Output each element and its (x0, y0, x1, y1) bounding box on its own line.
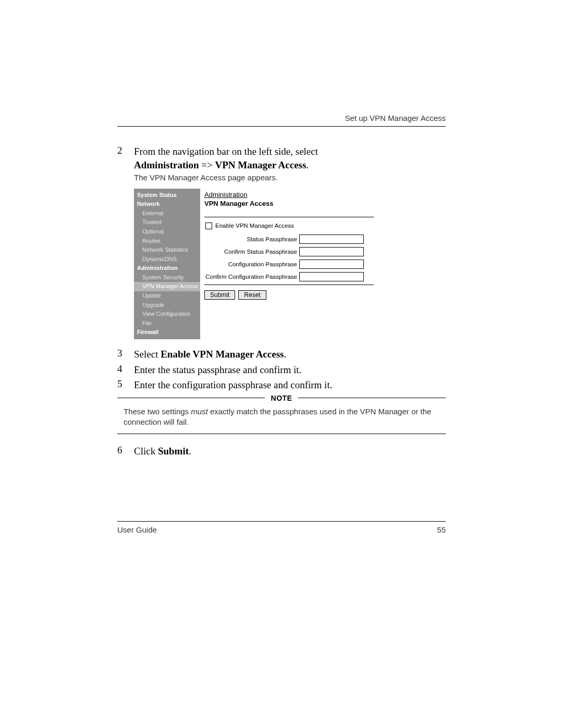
sidebar-cat-network[interactable]: Network (137, 200, 200, 209)
step-4: 4 Enter the status passphrase and confir… (117, 363, 446, 377)
step3-pre: Select (134, 349, 161, 360)
confirm-config-row: Confirm Configuration Passphrase (204, 272, 374, 281)
step2-end: . (306, 159, 309, 170)
note-text-a: These two settings (124, 407, 191, 416)
step6-pre: Click (134, 446, 158, 456)
enable-label: Enable VPN Manager Access (215, 223, 294, 229)
note-rule-bottom (117, 434, 446, 434)
step-body: Select Enable VPN Manager Access. (134, 348, 446, 361)
sidebar-item-external[interactable]: External (137, 209, 200, 218)
footer-rule (117, 521, 446, 522)
footer-page-number: 55 (437, 525, 446, 534)
note-rule-left (117, 398, 265, 398)
note-body: These two settings must exactly match th… (117, 402, 446, 434)
status-pass-label: Status Passphrase (204, 236, 299, 242)
main-panel: Administration VPN Manager Access Enable… (200, 189, 378, 340)
note-rule-right (298, 398, 446, 398)
sidebar-item-system-status[interactable]: System Status (137, 191, 200, 200)
footer-doc-title: User Guide (117, 525, 157, 534)
step3-bold: Enable VPN Manager Access (161, 349, 284, 360)
sidebar-item-syssec[interactable]: System Security (137, 273, 200, 282)
content: 2 From the navigation bar on the left si… (117, 145, 446, 460)
sidebar-cat-administration[interactable]: Administration (137, 264, 200, 273)
submit-button[interactable]: Submit (204, 290, 235, 300)
confirm-status-input[interactable] (299, 247, 364, 256)
sidebar-item-vpnmgr[interactable]: VPN Manager Access (134, 282, 200, 291)
step2-bold-1: Administration (134, 159, 201, 170)
header-rule (117, 126, 446, 127)
sidebar-cat-firewall[interactable]: Firewall (137, 328, 200, 337)
step-body: Enter the status passphrase and confirm … (134, 363, 446, 377)
step-number: 3 (117, 348, 134, 359)
step-number: 2 (117, 145, 134, 156)
config-pass-row: Configuration Passphrase (204, 260, 374, 269)
confirm-config-label: Confirm Configuration Passphrase (204, 274, 299, 280)
sidebar-item-netstats[interactable]: Network Statistics (137, 245, 200, 255)
config-pass-label: Configuration Passphrase (204, 261, 299, 267)
panel-rule-bottom (204, 285, 374, 285)
step2-bold-2: VPN Manager Access (215, 159, 307, 170)
sidebar-item-update[interactable]: Update (137, 291, 200, 301)
status-pass-input[interactable] (299, 235, 364, 244)
status-pass-row: Status Passphrase (204, 235, 374, 244)
sidebar-item-trusted[interactable]: Trusted (137, 218, 200, 227)
confirm-status-row: Confirm Status Passphrase (204, 247, 374, 256)
header-section-title: Set up VPN Manager Access (345, 114, 446, 122)
step-number: 5 (117, 378, 134, 390)
enable-checkbox[interactable] (205, 223, 212, 229)
step-body: Enter the configuration passphrase and c… (134, 378, 446, 392)
step-number: 4 (117, 363, 134, 375)
step2-text-a: From the navigation bar on the left side… (134, 146, 318, 157)
panel-rule-top (204, 217, 374, 217)
step-body: From the navigation bar on the left side… (134, 145, 446, 183)
sidebar-item-routes[interactable]: Routes (137, 237, 200, 246)
note-block: NOTE These two settings must exactly mat… (117, 394, 446, 435)
embedded-screenshot: System Status Network External Trusted O… (134, 189, 378, 340)
step-3: 3 Select Enable VPN Manager Access. (117, 348, 446, 361)
note-header: NOTE (117, 394, 446, 402)
step2-arrow: => (201, 159, 215, 170)
breadcrumb[interactable]: Administration (204, 191, 374, 199)
step-body: Click Submit. (134, 445, 446, 458)
note-label: NOTE (271, 394, 292, 402)
step-6: 6 Click Submit. (117, 445, 446, 458)
sidebar-item-viewcfg[interactable]: View Configuration File (137, 310, 200, 328)
sidebar-item-dyndns[interactable]: DynamicDNS (137, 255, 200, 264)
confirm-status-label: Confirm Status Passphrase (204, 249, 299, 255)
sidebar-item-optional[interactable]: Optional (137, 227, 200, 237)
config-pass-input[interactable] (299, 260, 364, 269)
step3-post: . (284, 349, 286, 360)
step2-sub: The VPN Manager Access page appears. (134, 172, 446, 183)
sidebar-item-upgrade[interactable]: Upgrade (137, 301, 200, 310)
step-number: 6 (117, 445, 134, 456)
step-2: 2 From the navigation bar on the left si… (117, 145, 446, 183)
enable-row: Enable VPN Manager Access (204, 223, 374, 229)
step-5: 5 Enter the configuration passphrase and… (117, 378, 446, 392)
button-row: Submit Reset (204, 290, 374, 300)
reset-button[interactable]: Reset (238, 290, 266, 300)
step6-bold: Submit (158, 446, 189, 456)
page: Set up VPN Manager Access 2 From the nav… (0, 0, 563, 728)
note-text-ital: must (191, 407, 208, 416)
step6-post: . (189, 446, 191, 456)
nav-sidebar: System Status Network External Trusted O… (134, 189, 200, 340)
page-title: VPN Manager Access (204, 200, 374, 207)
confirm-config-input[interactable] (299, 272, 364, 281)
